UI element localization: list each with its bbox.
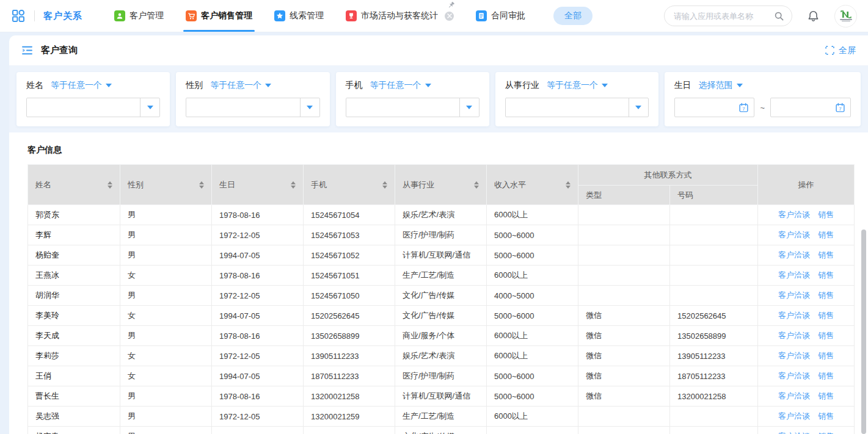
table-row: 李辉男1972-12-0515245671053医疗/护理/制药5000~600… <box>28 225 855 245</box>
date-from-input[interactable]: 7 <box>674 98 755 117</box>
cell-contact-number: 15202562645 <box>670 306 758 326</box>
customer-negotiation-link[interactable]: 客户洽谈 <box>778 210 810 219</box>
sort-icon[interactable] <box>291 181 296 189</box>
sales-link[interactable]: 销售 <box>818 270 834 280</box>
cell-actions: 客户洽谈销售 <box>758 225 855 245</box>
cell-birthday: 1994-07-05 <box>212 366 304 386</box>
filter-select-input[interactable] <box>346 98 480 117</box>
search-input[interactable] <box>674 12 774 21</box>
sales-link[interactable]: 销售 <box>818 391 834 400</box>
tab-customer-sales-management[interactable]: 客户销售管理 <box>175 0 263 32</box>
org-logo-icon <box>841 10 852 18</box>
column-header-phone: 手机 <box>304 165 395 205</box>
page-header: 客户查询 全屏 <box>9 35 868 66</box>
apps-grid-icon[interactable] <box>11 9 26 23</box>
customer-negotiation-link[interactable]: 客户洽谈 <box>778 411 810 421</box>
sales-link[interactable]: 销售 <box>818 432 834 434</box>
column-header-industry: 从事行业 <box>395 165 487 205</box>
customer-negotiation-link[interactable]: 客户洽谈 <box>778 331 810 340</box>
chevron-down-icon <box>265 84 271 87</box>
workspace-home-link[interactable]: 客户关系 <box>43 10 82 22</box>
logo-caption-line <box>842 21 850 22</box>
table-row: 杨安春男1994-09-1413200021264文化/广告/传媒4000~50… <box>28 427 855 434</box>
date-range-separator: ~ <box>760 103 765 112</box>
sales-link[interactable]: 销售 <box>818 331 834 340</box>
filter-select-input[interactable] <box>26 98 160 117</box>
tab-marketing-stats[interactable]: 市场活动与获客统计 <box>335 0 465 32</box>
sort-icon[interactable] <box>108 181 112 189</box>
customer-negotiation-link[interactable]: 客户洽谈 <box>778 351 810 360</box>
filter-card-3: 从事行业等于任意一个 <box>495 72 658 126</box>
notifications-bell-icon[interactable] <box>807 10 820 23</box>
sales-link[interactable]: 销售 <box>818 210 834 219</box>
cell-contact-number <box>670 427 758 434</box>
cell-birthday: 1994-09-14 <box>212 427 304 434</box>
tab-leads-management[interactable]: 线索管理 <box>263 0 335 32</box>
customer-negotiation-link[interactable]: 客户洽谈 <box>778 432 810 434</box>
nav-right-tools <box>664 5 857 27</box>
customer-negotiation-link[interactable]: 客户洽谈 <box>778 371 810 380</box>
global-search[interactable] <box>664 5 792 26</box>
sales-link[interactable]: 销售 <box>818 291 834 300</box>
sales-link[interactable]: 销售 <box>818 311 834 320</box>
chevron-down-icon[interactable] <box>629 98 648 117</box>
filter-operator-dropdown[interactable]: 等于任意一个 <box>370 80 431 91</box>
chevron-down-icon[interactable] <box>140 98 159 117</box>
customer-negotiation-link[interactable]: 客户洽谈 <box>778 270 810 280</box>
cell-birthday: 1994-07-05 <box>212 306 304 326</box>
filter-operator-dropdown[interactable]: 等于任意一个 <box>51 80 112 91</box>
search-icon[interactable] <box>774 11 784 21</box>
filter-label: 从事行业 <box>505 80 539 91</box>
user-avatar[interactable] <box>834 5 857 27</box>
customer-negotiation-link[interactable]: 客户洽谈 <box>778 230 810 239</box>
cell-income: 6000以上 <box>487 407 578 427</box>
chevron-down-icon[interactable] <box>300 98 319 117</box>
table-row: 曹长生男1978-08-1613200021258计算机/互联网/通信5000~… <box>28 386 855 407</box>
filter-select-input[interactable] <box>186 98 319 117</box>
sales-link[interactable]: 销售 <box>818 371 834 380</box>
sort-icon[interactable] <box>566 181 571 189</box>
sales-link[interactable]: 销售 <box>818 250 834 259</box>
menu-fold-icon[interactable] <box>21 45 33 56</box>
cell-phone: 15245671050 <box>304 286 395 306</box>
filter-select-value <box>186 98 299 117</box>
filter-operator-dropdown[interactable]: 选择范围 <box>699 80 743 91</box>
sort-icon[interactable] <box>474 181 479 189</box>
all-apps-button[interactable]: 全部 <box>553 7 593 25</box>
filter-operator-label: 等于任意一个 <box>547 80 598 91</box>
cell-name: 王燕冰 <box>28 266 120 286</box>
cell-phone: 13502658899 <box>304 326 395 346</box>
sales-link[interactable]: 销售 <box>818 411 834 421</box>
cell-industry: 医疗/护理/制药 <box>395 366 487 386</box>
customer-negotiation-link[interactable]: 客户洽谈 <box>778 391 810 400</box>
filter-operator-dropdown[interactable]: 等于任意一个 <box>210 80 271 91</box>
pin-icon[interactable] <box>447 1 455 11</box>
tab-contract-approval[interactable]: 合同审批 <box>465 0 536 32</box>
customer-negotiation-link[interactable]: 客户洽谈 <box>778 291 810 300</box>
cell-industry: 生产/工艺/制造 <box>395 266 487 286</box>
tab-customer-management[interactable]: 客户管理 <box>103 0 175 32</box>
sales-link[interactable]: 销售 <box>818 351 834 360</box>
close-tab-icon[interactable] <box>445 12 454 21</box>
date-to-input[interactable]: 7 <box>770 98 851 117</box>
cell-contact-type: 微信 <box>578 306 670 326</box>
filter-select-input[interactable] <box>505 98 649 117</box>
sort-icon[interactable] <box>199 181 204 189</box>
cell-industry: 计算机/互联网/通信 <box>395 245 487 266</box>
customer-negotiation-link[interactable]: 客户洽谈 <box>778 250 810 259</box>
customer-negotiation-link[interactable]: 客户洽谈 <box>778 311 810 320</box>
cell-income: 4000~5000 <box>487 427 578 434</box>
vertical-scrollbar[interactable] <box>861 230 866 434</box>
filter-operator-dropdown[interactable]: 等于任意一个 <box>547 80 608 91</box>
calendar-icon[interactable]: 7 <box>835 103 845 113</box>
cell-gender: 男 <box>120 386 212 407</box>
calendar-icon[interactable]: 7 <box>739 103 749 113</box>
cell-actions: 客户洽谈销售 <box>758 326 855 346</box>
cell-gender: 男 <box>120 245 212 266</box>
fullscreen-button[interactable]: 全屏 <box>825 45 856 56</box>
chevron-down-icon[interactable] <box>459 98 479 117</box>
filter-card-1: 性别等于任意一个 <box>176 72 329 126</box>
column-header-contact-number: 号码 <box>670 186 758 205</box>
sort-icon[interactable] <box>382 181 387 189</box>
sales-link[interactable]: 销售 <box>818 230 834 239</box>
